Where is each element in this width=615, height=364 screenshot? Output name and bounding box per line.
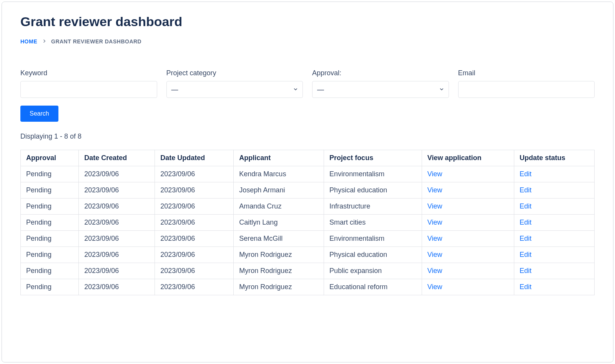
breadcrumb-current: GRANT REVIEWER DASHBOARD bbox=[51, 38, 141, 45]
cell-edit: Edit bbox=[514, 247, 594, 263]
cell-edit: Edit bbox=[514, 166, 594, 182]
email-label: Email bbox=[458, 69, 595, 77]
cell-applicant: Joseph Armani bbox=[234, 182, 324, 199]
cell-edit: Edit bbox=[514, 231, 594, 247]
cell-edit: Edit bbox=[514, 215, 594, 231]
table-row: Pending2023/09/062023/09/06Kendra Marcus… bbox=[21, 166, 595, 182]
cell-applicant: Myron Rodriguez bbox=[234, 247, 324, 263]
search-button[interactable]: Search bbox=[20, 106, 58, 122]
table-row: Pending2023/09/062023/09/06Joseph Armani… bbox=[21, 182, 595, 199]
cell-date-created: 2023/09/06 bbox=[79, 231, 155, 247]
cell-applicant: Amanda Cruz bbox=[234, 199, 324, 215]
cell-approval: Pending bbox=[21, 182, 79, 199]
view-link[interactable]: View bbox=[427, 251, 442, 258]
edit-link[interactable]: Edit bbox=[520, 251, 532, 258]
edit-link[interactable]: Edit bbox=[520, 267, 532, 275]
cell-date-updated: 2023/09/06 bbox=[155, 182, 234, 199]
edit-link[interactable]: Edit bbox=[520, 235, 532, 242]
cell-project-focus: Public expansion bbox=[324, 263, 422, 279]
view-link[interactable]: View bbox=[427, 235, 442, 242]
cell-date-updated: 2023/09/06 bbox=[155, 231, 234, 247]
cell-date-updated: 2023/09/06 bbox=[155, 215, 234, 231]
edit-link[interactable]: Edit bbox=[520, 170, 532, 178]
cell-project-focus: Physical education bbox=[324, 247, 422, 263]
cell-date-created: 2023/09/06 bbox=[79, 279, 155, 295]
breadcrumb: HOME GRANT REVIEWER DASHBOARD bbox=[20, 38, 595, 45]
chevron-down-icon bbox=[439, 86, 444, 93]
cell-applicant: Myron Rodriguez bbox=[234, 279, 324, 295]
view-link[interactable]: View bbox=[427, 186, 442, 194]
cell-edit: Edit bbox=[514, 199, 594, 215]
cell-view: View bbox=[422, 279, 514, 295]
cell-project-focus: Physical education bbox=[324, 182, 422, 199]
cell-project-focus: Environmentalism bbox=[324, 231, 422, 247]
cell-edit: Edit bbox=[514, 279, 594, 295]
cell-approval: Pending bbox=[21, 279, 79, 295]
view-link[interactable]: View bbox=[427, 283, 442, 291]
page-title: Grant reviewer dashboard bbox=[20, 14, 595, 29]
cell-date-updated: 2023/09/06 bbox=[155, 199, 234, 215]
view-link[interactable]: View bbox=[427, 202, 442, 210]
table-row: Pending2023/09/062023/09/06Caitlyn LangS… bbox=[21, 215, 595, 231]
results-summary: Displaying 1 - 8 of 8 bbox=[20, 132, 595, 141]
cell-date-created: 2023/09/06 bbox=[79, 166, 155, 182]
applications-table: Approval Date Created Date Updated Appli… bbox=[20, 150, 595, 295]
cell-view: View bbox=[422, 231, 514, 247]
cell-date-updated: 2023/09/06 bbox=[155, 166, 234, 182]
edit-link[interactable]: Edit bbox=[520, 202, 532, 210]
cell-project-focus: Environmentalism bbox=[324, 166, 422, 182]
email-input[interactable] bbox=[458, 81, 595, 98]
breadcrumb-home-link[interactable]: HOME bbox=[20, 38, 37, 45]
table-row: Pending2023/09/062023/09/06Serena McGill… bbox=[21, 231, 595, 247]
project-category-field-wrapper: Project category — bbox=[166, 69, 303, 98]
cell-approval: Pending bbox=[21, 263, 79, 279]
cell-date-updated: 2023/09/06 bbox=[155, 279, 234, 295]
view-link[interactable]: View bbox=[427, 170, 442, 178]
cell-approval: Pending bbox=[21, 199, 79, 215]
table-row: Pending2023/09/062023/09/06Myron Rodrigu… bbox=[21, 279, 595, 295]
cell-approval: Pending bbox=[21, 247, 79, 263]
approval-field-wrapper: Approval: — bbox=[312, 69, 449, 98]
cell-approval: Pending bbox=[21, 166, 79, 182]
cell-view: View bbox=[422, 215, 514, 231]
cell-date-created: 2023/09/06 bbox=[79, 182, 155, 199]
project-category-select[interactable]: — bbox=[166, 81, 303, 98]
edit-link[interactable]: Edit bbox=[520, 283, 532, 291]
cell-date-created: 2023/09/06 bbox=[79, 199, 155, 215]
keyword-input[interactable] bbox=[20, 81, 157, 98]
edit-link[interactable]: Edit bbox=[520, 218, 532, 226]
col-date-created: Date Created bbox=[79, 150, 155, 166]
cell-edit: Edit bbox=[514, 182, 594, 199]
cell-view: View bbox=[422, 263, 514, 279]
project-category-label: Project category bbox=[166, 69, 303, 77]
cell-approval: Pending bbox=[21, 231, 79, 247]
col-applicant: Applicant bbox=[234, 150, 324, 166]
col-approval: Approval bbox=[21, 150, 79, 166]
cell-date-created: 2023/09/06 bbox=[79, 215, 155, 231]
table-row: Pending2023/09/062023/09/06Myron Rodrigu… bbox=[21, 247, 595, 263]
chevron-down-icon bbox=[293, 86, 298, 93]
cell-view: View bbox=[422, 166, 514, 182]
filter-bar: Keyword Project category — Approval: — E… bbox=[20, 69, 595, 98]
cell-project-focus: Educational reform bbox=[324, 279, 422, 295]
col-project-focus: Project focus bbox=[324, 150, 422, 166]
view-link[interactable]: View bbox=[427, 218, 442, 226]
cell-applicant: Caitlyn Lang bbox=[234, 215, 324, 231]
table-row: Pending2023/09/062023/09/06Amanda CruzIn… bbox=[21, 199, 595, 215]
cell-approval: Pending bbox=[21, 215, 79, 231]
col-update-status: Update status bbox=[514, 150, 594, 166]
keyword-label: Keyword bbox=[20, 69, 157, 77]
cell-date-created: 2023/09/06 bbox=[79, 263, 155, 279]
cell-date-updated: 2023/09/06 bbox=[155, 263, 234, 279]
approval-select[interactable]: — bbox=[312, 81, 449, 98]
email-field-wrapper: Email bbox=[458, 69, 595, 98]
approval-selected: — bbox=[317, 86, 325, 94]
view-link[interactable]: View bbox=[427, 267, 442, 275]
cell-applicant: Serena McGill bbox=[234, 231, 324, 247]
cell-view: View bbox=[422, 199, 514, 215]
cell-project-focus: Smart cities bbox=[324, 215, 422, 231]
cell-date-created: 2023/09/06 bbox=[79, 247, 155, 263]
keyword-field-wrapper: Keyword bbox=[20, 69, 157, 98]
edit-link[interactable]: Edit bbox=[520, 186, 532, 194]
cell-edit: Edit bbox=[514, 263, 594, 279]
